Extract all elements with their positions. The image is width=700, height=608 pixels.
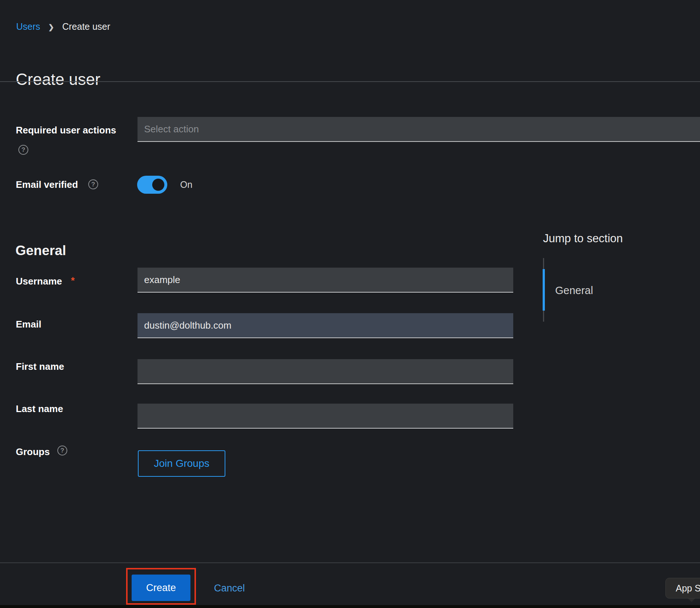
cancel-link[interactable]: Cancel [214,583,245,594]
username-input[interactable] [138,268,513,293]
join-groups-button[interactable]: Join Groups [138,450,225,477]
last-name-input[interactable] [138,404,513,429]
first-name-label: First name [16,361,64,372]
toggle-knob [152,179,164,191]
create-button[interactable]: Create [132,575,190,601]
first-name-input[interactable] [138,359,513,384]
breadcrumb-current-page: Create user [62,21,110,32]
email-label: Email [16,319,41,330]
help-icon-required-user-actions[interactable]: ? [18,145,28,155]
jump-link-general[interactable]: General [555,285,593,297]
email-verified-state: On [180,179,192,190]
username-label: Username [16,276,62,287]
page-title: Create user [16,70,100,89]
email-verified-toggle[interactable] [137,176,167,194]
select-action-input[interactable] [138,117,700,142]
app-switcher-tooltip[interactable]: App S [665,578,700,598]
header-divider [0,81,700,82]
jump-to-section-heading: Jump to section [543,232,623,245]
chevron-right-icon: ❯ [48,23,54,31]
breadcrumb: Users ❯ Create user [16,21,110,32]
breadcrumb-link-users[interactable]: Users [16,21,40,32]
email-input[interactable] [138,313,513,338]
general-section-heading: General [15,243,66,258]
required-user-actions-label: Required user actions [16,125,116,136]
help-icon-groups[interactable]: ? [57,446,67,455]
footer-divider [0,562,700,563]
required-asterisk: * [71,275,75,286]
email-verified-label: Email verified [16,179,78,190]
bottom-edge-strip [0,605,700,608]
last-name-label: Last name [16,403,63,415]
groups-label: Groups [16,446,50,458]
jump-active-indicator [543,269,545,311]
help-icon-email-verified[interactable]: ? [88,179,98,189]
